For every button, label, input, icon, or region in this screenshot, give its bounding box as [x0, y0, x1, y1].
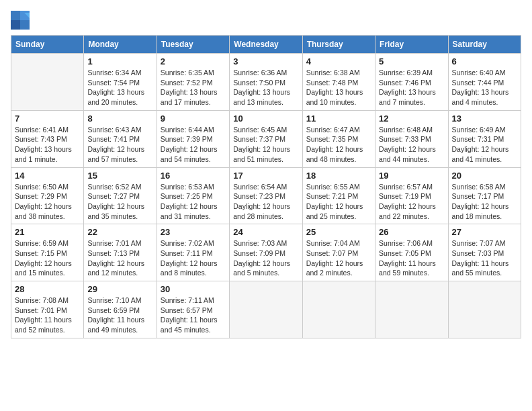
day-number: 7 — [15, 113, 80, 124]
day-number: 10 — [233, 113, 298, 124]
logo-icon — [11, 11, 30, 30]
day-number: 28 — [15, 284, 80, 294]
day-info: Sunrise: 7:08 AMSunset: 7:01 PMDaylight:… — [15, 295, 80, 335]
day-info: Sunrise: 6:50 AMSunset: 7:29 PMDaylight:… — [15, 182, 80, 222]
calendar-cell: 25Sunrise: 7:04 AMSunset: 7:07 PMDayligh… — [302, 224, 375, 281]
day-number: 29 — [87, 284, 152, 294]
day-info: Sunrise: 6:57 AMSunset: 7:19 PMDaylight:… — [379, 182, 444, 222]
calendar-cell: 30Sunrise: 7:11 AMSunset: 6:57 PMDayligh… — [157, 281, 229, 338]
week-row-3: 14Sunrise: 6:50 AMSunset: 7:29 PMDayligh… — [11, 167, 521, 224]
calendar-cell: 18Sunrise: 6:55 AMSunset: 7:21 PMDayligh… — [302, 167, 375, 224]
calendar-cell: 9Sunrise: 6:44 AMSunset: 7:39 PMDaylight… — [157, 110, 229, 167]
calendar-cell: 19Sunrise: 6:57 AMSunset: 7:19 PMDayligh… — [375, 167, 448, 224]
day-number: 14 — [15, 171, 80, 181]
week-row-4: 21Sunrise: 6:59 AMSunset: 7:15 PMDayligh… — [11, 224, 521, 281]
day-info: Sunrise: 7:02 AMSunset: 7:11 PMDaylight:… — [161, 238, 226, 278]
day-info: Sunrise: 6:34 AMSunset: 7:54 PMDaylight:… — [87, 68, 152, 107]
day-number: 9 — [161, 113, 226, 124]
calendar-cell — [375, 281, 448, 338]
calendar-cell: 17Sunrise: 6:54 AMSunset: 7:23 PMDayligh… — [230, 167, 302, 224]
day-number: 18 — [306, 171, 371, 181]
calendar-cell: 8Sunrise: 6:43 AMSunset: 7:41 PMDaylight… — [84, 110, 157, 167]
day-info: Sunrise: 6:48 AMSunset: 7:33 PMDaylight:… — [379, 125, 444, 165]
day-number: 6 — [452, 56, 517, 66]
day-info: Sunrise: 7:03 AMSunset: 7:09 PMDaylight:… — [233, 238, 298, 278]
day-number: 15 — [87, 171, 152, 181]
calendar-cell: 29Sunrise: 7:10 AMSunset: 6:59 PMDayligh… — [84, 281, 157, 338]
day-number: 1 — [87, 56, 152, 66]
day-info: Sunrise: 6:45 AMSunset: 7:37 PMDaylight:… — [233, 125, 298, 165]
week-row-2: 7Sunrise: 6:41 AMSunset: 7:43 PMDaylight… — [11, 110, 521, 167]
calendar-cell: 23Sunrise: 7:02 AMSunset: 7:11 PMDayligh… — [157, 224, 229, 281]
day-info: Sunrise: 6:41 AMSunset: 7:43 PMDaylight:… — [15, 125, 80, 165]
day-info: Sunrise: 7:11 AMSunset: 6:57 PMDaylight:… — [161, 295, 226, 335]
calendar-cell: 1Sunrise: 6:34 AMSunset: 7:54 PMDaylight… — [84, 54, 157, 111]
day-info: Sunrise: 6:47 AMSunset: 7:35 PMDaylight:… — [306, 125, 371, 165]
day-number: 13 — [452, 113, 517, 124]
calendar-cell: 10Sunrise: 6:45 AMSunset: 7:37 PMDayligh… — [230, 110, 302, 167]
logo — [11, 11, 31, 30]
calendar-cell: 11Sunrise: 6:47 AMSunset: 7:35 PMDayligh… — [302, 110, 375, 167]
column-header-saturday: Saturday — [448, 36, 521, 54]
day-info: Sunrise: 6:44 AMSunset: 7:39 PMDaylight:… — [161, 125, 226, 165]
calendar-cell: 14Sunrise: 6:50 AMSunset: 7:29 PMDayligh… — [11, 167, 84, 224]
day-number: 8 — [87, 113, 152, 124]
calendar-cell: 27Sunrise: 7:07 AMSunset: 7:03 PMDayligh… — [448, 224, 521, 281]
day-info: Sunrise: 7:01 AMSunset: 7:13 PMDaylight:… — [87, 238, 152, 278]
day-number: 19 — [379, 171, 444, 181]
calendar-cell: 16Sunrise: 6:53 AMSunset: 7:25 PMDayligh… — [157, 167, 229, 224]
calendar-cell — [11, 54, 84, 111]
day-info: Sunrise: 6:43 AMSunset: 7:41 PMDaylight:… — [87, 125, 152, 165]
day-number: 12 — [379, 113, 444, 124]
day-number: 16 — [161, 171, 226, 181]
day-number: 4 — [306, 56, 371, 66]
day-info: Sunrise: 6:54 AMSunset: 7:23 PMDaylight:… — [233, 182, 298, 222]
day-number: 24 — [233, 227, 298, 237]
day-info: Sunrise: 6:38 AMSunset: 7:48 PMDaylight:… — [306, 68, 371, 107]
svg-rect-2 — [11, 20, 20, 30]
day-info: Sunrise: 7:04 AMSunset: 7:07 PMDaylight:… — [306, 238, 371, 278]
day-number: 17 — [233, 171, 298, 181]
calendar-cell: 15Sunrise: 6:52 AMSunset: 7:27 PMDayligh… — [84, 167, 157, 224]
calendar-cell: 21Sunrise: 6:59 AMSunset: 7:15 PMDayligh… — [11, 224, 84, 281]
column-header-tuesday: Tuesday — [157, 36, 229, 54]
calendar-cell: 7Sunrise: 6:41 AMSunset: 7:43 PMDaylight… — [11, 110, 84, 167]
day-info: Sunrise: 6:49 AMSunset: 7:31 PMDaylight:… — [452, 125, 517, 165]
column-header-monday: Monday — [84, 36, 157, 54]
day-number: 3 — [233, 56, 298, 66]
calendar-cell: 28Sunrise: 7:08 AMSunset: 7:01 PMDayligh… — [11, 281, 84, 338]
calendar-cell: 13Sunrise: 6:49 AMSunset: 7:31 PMDayligh… — [448, 110, 521, 167]
day-info: Sunrise: 6:40 AMSunset: 7:44 PMDaylight:… — [452, 68, 517, 107]
day-number: 26 — [379, 227, 444, 237]
day-number: 30 — [161, 284, 226, 294]
calendar-cell: 26Sunrise: 7:06 AMSunset: 7:05 PMDayligh… — [375, 224, 448, 281]
calendar-cell: 4Sunrise: 6:38 AMSunset: 7:48 PMDaylight… — [302, 54, 375, 111]
day-info: Sunrise: 6:36 AMSunset: 7:50 PMDaylight:… — [233, 68, 298, 107]
column-header-friday: Friday — [375, 36, 448, 54]
calendar-cell — [302, 281, 375, 338]
day-number: 5 — [379, 56, 444, 66]
day-info: Sunrise: 6:39 AMSunset: 7:46 PMDaylight:… — [379, 68, 444, 107]
day-info: Sunrise: 6:52 AMSunset: 7:27 PMDaylight:… — [87, 182, 152, 222]
day-number: 21 — [15, 227, 80, 237]
calendar-cell: 5Sunrise: 6:39 AMSunset: 7:46 PMDaylight… — [375, 54, 448, 111]
day-number: 22 — [87, 227, 152, 237]
calendar-cell — [230, 281, 302, 338]
day-number: 11 — [306, 113, 371, 124]
calendar-cell: 24Sunrise: 7:03 AMSunset: 7:09 PMDayligh… — [230, 224, 302, 281]
week-row-1: 1Sunrise: 6:34 AMSunset: 7:54 PMDaylight… — [11, 54, 521, 111]
day-number: 25 — [306, 227, 371, 237]
week-row-5: 28Sunrise: 7:08 AMSunset: 7:01 PMDayligh… — [11, 281, 521, 338]
calendar-cell: 12Sunrise: 6:48 AMSunset: 7:33 PMDayligh… — [375, 110, 448, 167]
day-info: Sunrise: 6:35 AMSunset: 7:52 PMDaylight:… — [161, 68, 226, 107]
day-number: 2 — [161, 56, 226, 66]
day-info: Sunrise: 7:06 AMSunset: 7:05 PMDaylight:… — [379, 238, 444, 278]
day-info: Sunrise: 6:55 AMSunset: 7:21 PMDaylight:… — [306, 182, 371, 222]
svg-rect-3 — [20, 20, 30, 30]
column-header-wednesday: Wednesday — [230, 36, 302, 54]
day-info: Sunrise: 6:53 AMSunset: 7:25 PMDaylight:… — [161, 182, 226, 222]
day-number: 20 — [452, 171, 517, 181]
svg-rect-0 — [11, 11, 20, 20]
day-info: Sunrise: 7:07 AMSunset: 7:03 PMDaylight:… — [452, 238, 517, 278]
column-header-thursday: Thursday — [302, 36, 375, 54]
